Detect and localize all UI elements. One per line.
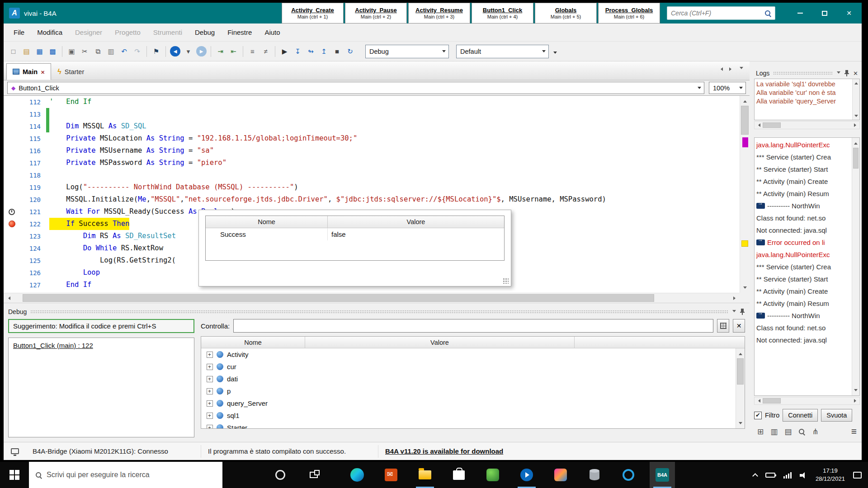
scroll-down-icon[interactable]: [740, 284, 750, 293]
cortana-button[interactable]: [268, 462, 293, 488]
toolbar-back-history-icon[interactable]: ▾: [182, 45, 194, 57]
scroll-thumb[interactable]: [741, 106, 749, 135]
line-number[interactable]: 115: [20, 135, 46, 142]
taskbar-app-green-app[interactable]: [480, 462, 505, 488]
log-entry[interactable]: java.lang.NullPointerExc: [755, 139, 851, 151]
toolbar-overflow-icon[interactable]: [553, 47, 557, 56]
toolbar-cut-icon[interactable]: ✂: [79, 45, 91, 57]
panel-dropdown-icon[interactable]: [732, 310, 736, 314]
taskbar-app-paint[interactable]: [548, 462, 573, 488]
gutter[interactable]: [4, 157, 20, 169]
gutter[interactable]: [4, 242, 20, 254]
code-line[interactable]: 117 Private MSPassword As String = "pier…: [4, 157, 740, 169]
toolbar-step-into-icon[interactable]: ↧: [292, 45, 304, 57]
watch-row[interactable]: Success false: [206, 228, 504, 240]
toolbar-bookmark-icon[interactable]: ⚑: [150, 45, 162, 57]
warnings-horizontal-scrollbar[interactable]: [754, 121, 860, 129]
line-number[interactable]: 127: [20, 282, 46, 289]
logs-panel-header[interactable]: Logs: [754, 68, 860, 79]
gutter[interactable]: [4, 181, 20, 193]
menu-item-strumenti[interactable]: Strumenti: [147, 23, 189, 42]
gutter[interactable]: [4, 206, 20, 218]
toolbar-restart-icon[interactable]: ↻: [344, 45, 356, 57]
log-entry[interactable]: ** Activity (main) Resum: [755, 188, 851, 200]
debug-panel-header[interactable]: Debug: [4, 306, 750, 317]
variable-row[interactable]: cur: [201, 361, 736, 373]
column-header-nome[interactable]: Nome: [201, 337, 305, 348]
line-number[interactable]: 119: [20, 184, 46, 191]
scroll-right-icon[interactable]: [852, 122, 859, 129]
scroll-thumb[interactable]: [737, 358, 744, 385]
line-number[interactable]: 122: [20, 221, 46, 228]
scroll-left-icon[interactable]: [755, 397, 762, 404]
log-warning[interactable]: Alla variabile 'query_Server: [755, 96, 859, 105]
toolbar-lock-icon[interactable]: ▥: [105, 45, 117, 57]
maximize-button[interactable]: [812, 3, 837, 23]
gutter[interactable]: [4, 254, 20, 267]
scroll-tabs-right-icon[interactable]: [729, 67, 733, 71]
toolbar-save-all-icon[interactable]: ▩: [47, 45, 59, 57]
hotkey-tab-activity_create[interactable]: Activity_CreateMain (ctrl + 1): [282, 3, 344, 23]
code-vertical-scrollbar[interactable]: [740, 96, 750, 293]
taskbar-app-movies[interactable]: [514, 462, 539, 488]
gutter[interactable]: [4, 96, 20, 108]
line-number[interactable]: 126: [20, 269, 46, 277]
taskbar-app-edge[interactable]: [344, 462, 370, 488]
menu-item-designer[interactable]: Designer: [69, 23, 108, 42]
toolbar-comment-icon[interactable]: ≡: [246, 45, 259, 57]
search-icon[interactable]: [798, 428, 805, 435]
gutter[interactable]: [4, 267, 20, 279]
start-button[interactable]: [0, 462, 29, 488]
code-line[interactable]: 115 Private MSLocation As String = "192.…: [4, 132, 740, 145]
taskbar-app-mail[interactable]: [378, 462, 404, 488]
log-entry[interactable]: ---------- NorthWin: [755, 200, 851, 212]
code-horizontal-scrollbar[interactable]: [4, 293, 740, 303]
toolbar-navigate-back-icon[interactable]: ◀: [170, 46, 180, 56]
taskbar-app-ring[interactable]: [616, 462, 641, 488]
log-warning[interactable]: Alla variabile 'cur' non è sta: [755, 88, 859, 96]
expand-icon[interactable]: [207, 400, 213, 407]
taskbar-search-input[interactable]: [47, 471, 216, 479]
toolbar-pause-icon[interactable]: ■: [331, 45, 343, 57]
log-entry[interactable]: java.lang.NullPointerExc: [755, 249, 851, 261]
toolbar-uncomment-icon[interactable]: ≠: [259, 45, 272, 57]
connect-button[interactable]: Connetti: [783, 409, 818, 422]
search-icon[interactable]: [764, 10, 771, 17]
code-line[interactable]: 119 Log("---------- NorthWind Database (…: [4, 181, 740, 193]
toolbar-undo-icon[interactable]: ↶: [118, 45, 130, 57]
variable-row[interactable]: sql1: [201, 409, 736, 422]
code-line[interactable]: 120 MSSQL.Initialize(Me,"MSSQL","net.sou…: [4, 193, 740, 206]
scroll-thumb[interactable]: [853, 148, 859, 169]
gutter[interactable]: [4, 120, 20, 132]
titlebar-search[interactable]: [667, 6, 775, 20]
line-number[interactable]: 123: [20, 233, 46, 240]
code-line[interactable]: 116 Private MSUsername As String = "sa": [4, 145, 740, 157]
method-select[interactable]: ◆ Button1_Click: [7, 82, 704, 94]
volume-icon[interactable]: [800, 472, 807, 479]
column-header-valore[interactable]: Valore: [305, 337, 575, 348]
line-number[interactable]: 120: [20, 196, 46, 203]
clock[interactable]: 17:19 28/12/2021: [816, 467, 845, 483]
dropdown-arrow-icon[interactable]: [695, 82, 704, 94]
scroll-down-icon[interactable]: [852, 386, 859, 395]
line-number[interactable]: 125: [20, 257, 46, 264]
variable-row[interactable]: Starter: [201, 422, 736, 428]
taskbar-app-b4a[interactable]: B4A: [650, 462, 675, 488]
hotkey-tab-activity_pause[interactable]: Activity_PauseMain (ctrl + 2): [345, 3, 407, 23]
warnings-scrollbar[interactable]: [852, 79, 859, 120]
log-entry[interactable]: ---------- NorthWin: [755, 310, 851, 322]
expand-icon[interactable]: [207, 364, 213, 370]
scroll-left-icon[interactable]: [4, 293, 13, 303]
hotkey-tab-process_globals[interactable]: Process_GlobalsMain (ctrl + 6): [598, 3, 660, 23]
line-number[interactable]: 116: [20, 147, 46, 155]
line-number[interactable]: 118: [20, 172, 46, 179]
zoom-select[interactable]: 100%: [709, 82, 746, 94]
taskbar-app-store[interactable]: [446, 462, 472, 488]
editor-tab-starter[interactable]: ϟStarter: [51, 63, 90, 80]
scroll-up-icon[interactable]: [740, 96, 750, 105]
scroll-up-icon[interactable]: [853, 79, 859, 85]
build-configuration-select[interactable]: Debug: [365, 45, 449, 58]
menu-item-progetto[interactable]: Progetto: [108, 23, 147, 42]
taskbar-app-explorer[interactable]: [412, 462, 438, 488]
line-number[interactable]: 112: [20, 99, 46, 106]
